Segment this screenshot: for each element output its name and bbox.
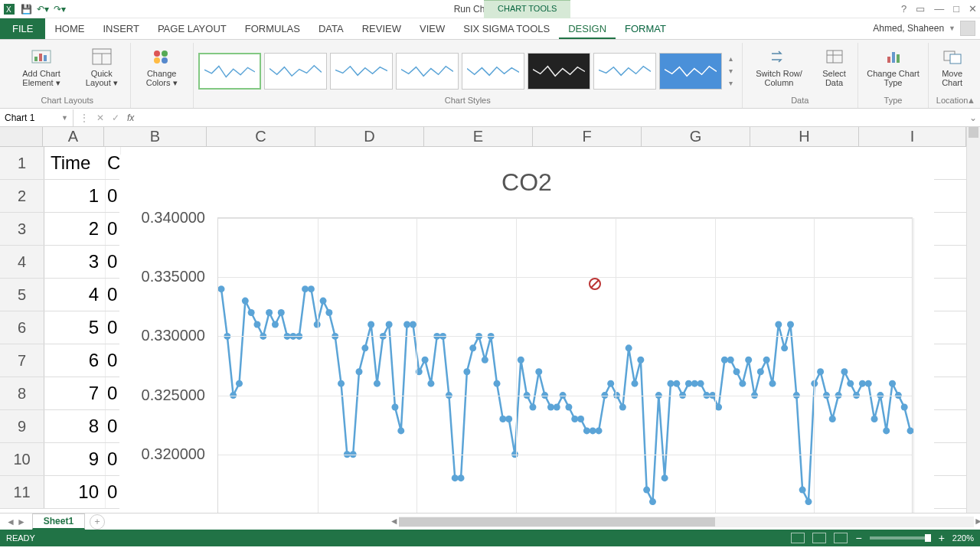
cell[interactable]: 0 — [106, 344, 121, 377]
gallery-more[interactable]: ▴▾▾ — [725, 53, 737, 90]
cell[interactable]: 0 — [106, 377, 121, 409]
row-header[interactable]: 8 — [0, 377, 44, 409]
chart-style-5[interactable] — [462, 53, 524, 90]
row-header[interactable]: 9 — [0, 410, 44, 442]
tab-data[interactable]: DATA — [309, 18, 353, 39]
row-header[interactable]: 4 — [0, 246, 44, 278]
cell[interactable]: Time — [44, 147, 106, 179]
formula-input[interactable] — [140, 109, 966, 126]
chevron-left-icon[interactable]: ◄ — [6, 517, 15, 527]
cell[interactable]: 0 — [106, 180, 121, 212]
fx-icon[interactable]: fx — [127, 112, 134, 123]
cell[interactable]: 4 — [44, 279, 106, 311]
account-user[interactable]: Ahmed, Shaheen▼ — [873, 21, 975, 36]
col-header-D[interactable]: D — [315, 127, 424, 146]
chart-style-7[interactable] — [593, 53, 656, 90]
cell[interactable]: 8 — [44, 410, 106, 442]
move-chart-button[interactable]: Move Chart — [933, 43, 971, 90]
view-normal-icon[interactable] — [791, 533, 805, 543]
zoom-slider[interactable] — [870, 536, 931, 540]
quick-layout-button[interactable]: Quick Layout ▾ — [78, 43, 126, 91]
tab-home[interactable]: HOME — [45, 18, 93, 39]
col-header-E[interactable]: E — [424, 127, 533, 146]
tab-formulas[interactable]: FORMULAS — [236, 18, 309, 39]
cell[interactable]: 3 — [44, 246, 106, 278]
zoom-in-icon[interactable]: + — [939, 532, 945, 544]
row-header[interactable]: 10 — [0, 443, 44, 475]
select-data-button[interactable]: Select Data — [815, 43, 853, 90]
col-header-F[interactable]: F — [533, 127, 642, 146]
tab-review[interactable]: REVIEW — [353, 18, 410, 39]
cell[interactable]: 0 — [106, 443, 121, 475]
chevron-right-icon[interactable]: ► — [17, 517, 26, 527]
minimize-icon[interactable]: — — [934, 3, 944, 15]
undo-icon[interactable]: ↶▾ — [37, 3, 49, 15]
tab-file[interactable]: FILE — [0, 18, 45, 39]
chart-style-2[interactable] — [264, 53, 327, 90]
view-page-layout-icon[interactable] — [812, 533, 826, 543]
maximize-icon[interactable]: □ — [953, 3, 959, 15]
tab-format[interactable]: FORMAT — [616, 18, 675, 39]
ribbon-options-icon[interactable]: ▭ — [916, 3, 925, 15]
tab-page-layout[interactable]: PAGE LAYOUT — [149, 18, 236, 39]
collapse-ribbon-icon[interactable]: ▲ — [967, 96, 975, 105]
plot-area[interactable] — [217, 217, 913, 513]
chart-style-3[interactable] — [330, 53, 393, 90]
chart-style-1[interactable] — [198, 53, 261, 90]
expand-formula-bar-icon[interactable]: ⌄ — [966, 112, 980, 123]
col-header-H[interactable]: H — [750, 127, 859, 146]
sheet-nav[interactable]: ◄► — [0, 517, 32, 527]
help-icon[interactable]: ? — [901, 3, 906, 15]
new-sheet-button[interactable]: ＋ — [90, 514, 105, 530]
cell[interactable]: C — [106, 147, 121, 179]
col-header-C[interactable]: C — [207, 127, 315, 146]
cell[interactable]: 0 — [106, 246, 121, 278]
worksheet[interactable]: ABCDEFGHI 1TimeC210320430540650760870980… — [0, 127, 966, 513]
cell[interactable]: 0 — [106, 213, 121, 245]
cell[interactable]: 0 — [106, 311, 121, 344]
embedded-chart[interactable]: CO2 0.3400000.3350000.3300000.3250000.32… — [119, 155, 934, 513]
tab-view[interactable]: VIEW — [410, 18, 454, 39]
cell[interactable]: 0 — [106, 279, 121, 311]
cell[interactable]: 6 — [44, 344, 106, 377]
cell[interactable]: 2 — [44, 213, 106, 245]
cancel-icon[interactable]: ✕ — [96, 112, 104, 123]
vertical-scrollbar[interactable] — [966, 127, 980, 513]
col-header-G[interactable]: G — [642, 127, 750, 146]
enter-icon[interactable]: ✓ — [112, 112, 119, 123]
add-chart-element-button[interactable]: Add Chart Element ▾ — [9, 43, 74, 91]
col-header-I[interactable]: I — [859, 127, 966, 146]
sheet-tab-sheet1[interactable]: Sheet1 — [32, 514, 85, 530]
tab-six-sigma[interactable]: SIX SIGMA TOOLS — [454, 18, 559, 39]
cell[interactable]: 9 — [44, 443, 106, 475]
horizontal-scrollbar[interactable]: ◄► — [399, 517, 974, 527]
redo-icon[interactable]: ↷▾ — [54, 3, 66, 15]
row-header[interactable]: 6 — [0, 311, 44, 344]
col-header-B[interactable]: B — [104, 127, 207, 146]
chart-style-8[interactable] — [659, 53, 722, 90]
chart-style-6[interactable] — [528, 53, 590, 90]
row-header[interactable]: 11 — [0, 476, 44, 508]
more-icon[interactable]: ⋮ — [80, 112, 89, 123]
name-box[interactable]: Chart 1▼ — [0, 109, 74, 126]
row-header[interactable]: 7 — [0, 344, 44, 377]
row-header[interactable]: 2 — [0, 180, 44, 212]
cell[interactable]: 1 — [44, 180, 106, 212]
zoom-out-icon[interactable]: − — [855, 532, 861, 544]
cell[interactable]: 7 — [44, 377, 106, 409]
cell[interactable]: 0 — [106, 410, 121, 442]
cell[interactable]: 10 — [44, 476, 106, 508]
cell[interactable]: 0 — [106, 476, 121, 508]
close-icon[interactable]: ✕ — [969, 3, 977, 15]
tab-insert[interactable]: INSERT — [93, 18, 148, 39]
row-header[interactable]: 3 — [0, 213, 44, 245]
chart-style-4[interactable] — [396, 53, 459, 90]
cell[interactable]: 5 — [44, 311, 106, 344]
zoom-level[interactable]: 220% — [952, 533, 974, 543]
select-all-corner[interactable] — [0, 127, 43, 146]
save-icon[interactable]: 💾 — [20, 3, 32, 15]
change-chart-type-button[interactable]: Change Chart Type — [863, 43, 923, 90]
row-header[interactable]: 5 — [0, 279, 44, 311]
chart-title[interactable]: CO2 — [119, 155, 934, 204]
row-header[interactable]: 1 — [0, 147, 44, 179]
